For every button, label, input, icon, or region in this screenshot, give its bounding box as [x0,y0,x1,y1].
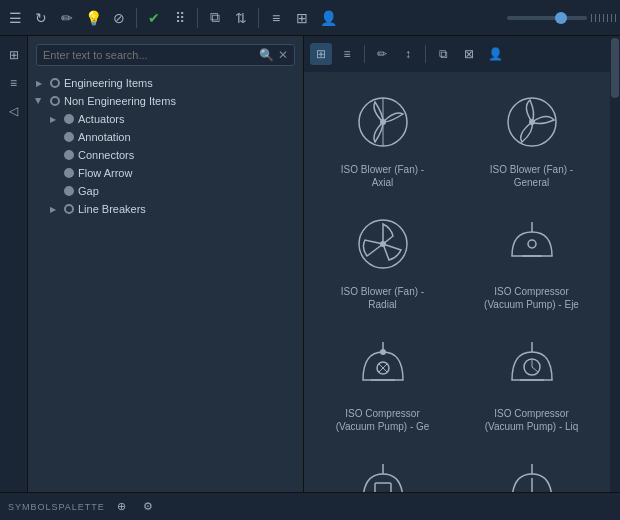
svg-rect-23 [375,483,391,492]
left-sidebar: ⊞ ≡ ◁ [0,36,28,492]
tree-item-flow-arrow[interactable]: ▶ Flow Arrow [28,164,303,182]
grid-icon[interactable]: ⠿ [169,7,191,29]
zoom-slider-thumb [555,12,567,24]
bottom-add-icon[interactable]: ⊕ [113,498,131,516]
sym-brush-icon[interactable]: ✏ [371,43,393,65]
tick-area [591,14,616,22]
sym-person-icon[interactable]: 👤 [484,43,506,65]
layers-icon[interactable]: ⧉ [204,7,226,29]
non-engineering-items-label: Non Engineering Items [64,95,176,107]
symbol-label-iso-compressor-ge: ISO Compressor(Vacuum Pump) - Ge [336,407,430,433]
zoom-slider-area [507,14,616,22]
sym-sort-icon[interactable]: ↕ [397,43,419,65]
symbol-icon-iso-blower-general [497,87,567,157]
search-bar[interactable]: 🔍 ✕ [36,44,295,66]
svg-point-12 [380,349,386,355]
gap-label: Gap [78,185,99,197]
bottom-bar: SYMBOLSPALETTE ⊕ ⚙ [0,492,620,520]
symbol-iso-compressor-re[interactable]: ISO Compressor(Vacuum Pump) - Re [457,442,606,492]
engineering-items-label: Engineering Items [64,77,153,89]
symbol-icon-iso-compressor-re [497,453,567,492]
toolbar-divider-3 [258,8,259,28]
tree-item-annotation[interactable]: ▶ Annotation [28,128,303,146]
tree-dot-annotation [64,132,74,142]
sym-grid-icon[interactable]: ⊞ [310,43,332,65]
left-icon-1[interactable]: ⊞ [3,44,25,66]
sym-divider-2 [425,45,426,63]
tree-dot-line-breakers [64,204,74,214]
sym-list-icon[interactable]: ≡ [336,43,358,65]
symbol-iso-blower-general[interactable]: ISO Blower (Fan) -General [457,76,606,198]
tree-dot-connectors [64,150,74,160]
brush-icon[interactable]: ✏ [56,7,78,29]
symbol-iso-compressor-liq[interactable]: ISO Compressor(Vacuum Pump) - Liq [457,320,606,442]
symbol-label-iso-compressor-eje: ISO Compressor(Vacuum Pump) - Eje [484,285,579,311]
compressor-eje-svg [502,214,562,274]
blower-radial-svg [353,214,413,274]
bottom-settings-icon[interactable]: ⚙ [139,498,157,516]
panel-area: 🔍 ✕ ▶ Engineering Items ▶ Non Engineerin… [28,36,620,492]
toolbar-divider-2 [197,8,198,28]
checkmark-icon[interactable]: ✔ [143,7,165,29]
actuators-label: Actuators [78,113,124,125]
symbol-label-iso-blower-general: ISO Blower (Fan) -General [490,163,573,189]
svg-point-9 [528,240,536,248]
blower-general-svg [502,92,562,152]
left-icon-2[interactable]: ≡ [3,72,25,94]
swap-icon[interactable]: ⇅ [230,7,252,29]
main-content: ⊞ ≡ ◁ 🔍 ✕ ▶ Engineering Items [0,36,620,492]
toolbar-divider-1 [136,8,137,28]
sym-tag-icon[interactable]: ⊠ [458,43,480,65]
compressor-re-svg [502,458,562,492]
connectors-label: Connectors [78,149,134,161]
blower-axial-svg [353,92,413,152]
main-toolbar: ☰ ↻ ✏ 💡 ⊘ ✔ ⠿ ⧉ ⇅ ≡ ⊞ 👤 [0,0,620,36]
symbol-icon-iso-compressor-liq [497,331,567,401]
symbol-iso-compressor-pos[interactable]: ISO Compressor(Vacuum Pump) -Positive Di… [308,442,457,492]
symbol-label-iso-blower-radial: ISO Blower (Fan) -Radial [341,285,424,311]
zoom-slider[interactable] [507,16,587,20]
symbol-icon-iso-blower-radial [348,209,418,279]
symbol-iso-compressor-ge[interactable]: ISO Compressor(Vacuum Pump) - Ge [308,320,457,442]
scrollbar-thumb[interactable] [611,38,619,98]
tree-item-non-engineering[interactable]: ▶ Non Engineering Items [28,92,303,110]
symbol-icon-iso-compressor-pos [348,453,418,492]
symbol-label-iso-blower-axial: ISO Blower (Fan) -Axial [341,163,424,189]
tree-item-gap[interactable]: ▶ Gap [28,182,303,200]
compressor-ge-svg [353,336,413,396]
search-clear-icon[interactable]: ✕ [278,48,288,62]
svg-point-4 [529,119,535,125]
right-scrollbar[interactable] [610,36,620,492]
tag-icon[interactable]: ⊞ [291,7,313,29]
tree-item-engineering-items[interactable]: ▶ Engineering Items [28,74,303,92]
search-input[interactable] [43,49,255,61]
forbidden-icon[interactable]: ⊘ [108,7,130,29]
symbolspalette-label: SYMBOLSPALETTE [8,502,105,512]
left-icon-3[interactable]: ◁ [3,100,25,122]
tree-content: ▶ Engineering Items ▶ Non Engineering It… [28,72,303,492]
annotation-label: Annotation [78,131,131,143]
symbol-label-iso-compressor-liq: ISO Compressor(Vacuum Pump) - Liq [485,407,579,433]
tree-item-line-breakers[interactable]: ▶ Line Breakers [28,200,303,218]
symbol-iso-compressor-eje[interactable]: ISO Compressor(Vacuum Pump) - Eje [457,198,606,320]
tree-dot-engineering [50,78,60,88]
symbol-icon-iso-compressor-eje [497,209,567,279]
sym-layers-icon[interactable]: ⧉ [432,43,454,65]
line-breakers-label: Line Breakers [78,203,146,215]
stack-icon[interactable]: ≡ [265,7,287,29]
tree-panel: 🔍 ✕ ▶ Engineering Items ▶ Non Engineerin… [28,36,304,492]
symbol-iso-blower-radial[interactable]: ISO Blower (Fan) -Radial [308,198,457,320]
tree-arrow-non-engineering: ▶ [32,94,46,108]
lightbulb-icon[interactable]: 💡 [82,7,104,29]
flow-arrow-label: Flow Arrow [78,167,132,179]
sym-divider-1 [364,45,365,63]
symbol-iso-blower-axial[interactable]: ISO Blower (Fan) -Axial [308,76,457,198]
hamburger-icon[interactable]: ☰ [4,7,26,29]
tree-item-actuators[interactable]: ▶ Actuators [28,110,303,128]
person-icon[interactable]: 👤 [317,7,339,29]
symbols-grid: ISO Blower (Fan) -Axial ISO Blower (Fan [304,72,610,492]
svg-line-20 [532,367,538,372]
svg-point-2 [380,119,386,125]
refresh-icon[interactable]: ↻ [30,7,52,29]
tree-item-connectors[interactable]: ▶ Connectors [28,146,303,164]
